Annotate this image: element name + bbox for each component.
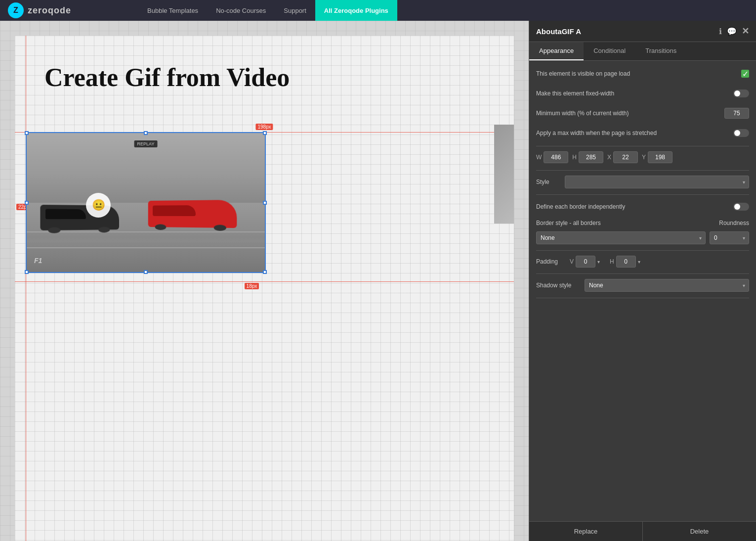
handle-middle-left[interactable]	[25, 201, 29, 205]
panel-title: AboutaGIF A	[536, 27, 581, 36]
padding-h-arrow: ▾	[638, 259, 640, 265]
canvas-area: Create Gif from Video 198px 22px 18px	[0, 21, 529, 541]
logo-text: zeroqode	[28, 5, 71, 16]
style-row: Style ▾	[536, 176, 749, 188]
define-border-label: Define each border independently	[536, 203, 733, 210]
panel-tabs: Appearance Conditional Transitions	[529, 42, 756, 61]
shadow-label: Shadow style	[536, 282, 581, 289]
fixed-width-row: Make this element fixed-width	[536, 87, 749, 100]
border-selects-row: None Solid Dashed Dotted ▾ 0 4 8 50 ▾	[536, 231, 749, 244]
fixed-width-toggle[interactable]	[733, 90, 749, 97]
tab-transitions[interactable]: Transitions	[635, 42, 686, 60]
handle-bottom-center[interactable]	[144, 270, 148, 274]
border-style-select[interactable]: None Solid Dashed Dotted	[536, 231, 706, 244]
padding-v-input[interactable]	[576, 256, 595, 268]
logo[interactable]: Z zeroqode	[0, 2, 79, 18]
divider-6	[536, 298, 749, 298]
nav-item-courses[interactable]: No-code Courses	[207, 0, 275, 21]
max-width-toggle[interactable]	[733, 129, 749, 137]
meme-face: 😐	[86, 193, 111, 218]
nav-item-templates[interactable]: Bubble Templates	[138, 0, 207, 21]
border-style-select-wrap: None Solid Dashed Dotted ▾	[536, 231, 706, 244]
selected-gif-element[interactable]: 😐 REPLAY F1	[26, 132, 266, 273]
car-scene: 😐 REPLAY F1	[27, 133, 265, 272]
info-icon[interactable]: ℹ	[719, 27, 722, 36]
divider-3	[536, 194, 749, 195]
right-panel: AboutaGIF A ℹ 💬 ✕ Appearance Conditional…	[529, 21, 756, 541]
define-border-toggle[interactable]	[733, 203, 749, 211]
padding-v-label: V	[570, 258, 574, 265]
padding-v-group: V ▾	[570, 256, 600, 268]
gif-content: 😐 REPLAY F1	[27, 133, 265, 272]
divider-1	[536, 146, 749, 146]
panel-footer: Replace Delete	[529, 521, 756, 541]
min-width-row: Minimum width (% of current width)	[536, 106, 749, 120]
visible-label: This element is visible on page load	[536, 70, 741, 77]
padding-row: Padding V ▾ H ▾	[536, 256, 749, 268]
coord-y-label: Y	[642, 154, 646, 161]
close-icon[interactable]: ✕	[742, 26, 749, 37]
coord-w-label: W	[536, 154, 542, 161]
replay-badge: REPLAY	[134, 140, 158, 147]
coord-y-input[interactable]	[648, 151, 672, 163]
coord-h: H	[572, 151, 603, 163]
max-width-label: Apply a max width when the page is stret…	[536, 130, 733, 136]
coord-w-input[interactable]	[544, 151, 568, 163]
replace-button[interactable]: Replace	[529, 522, 642, 541]
nav-items: Bubble Templates No-code Courses Support…	[138, 0, 397, 21]
style-select-wrap: ▾	[565, 176, 749, 188]
nav-item-plugins[interactable]: All Zeroqode Plugins	[315, 0, 397, 21]
page-content: Create Gif from Video 198px 22px 18px	[15, 36, 514, 541]
coord-x-input[interactable]	[613, 151, 638, 163]
shadow-row: Shadow style None Small Medium Large ▾	[536, 279, 749, 292]
handle-top-right[interactable]	[263, 131, 267, 135]
divider-4	[536, 250, 749, 251]
tab-appearance[interactable]: Appearance	[529, 42, 584, 60]
border-style-label: Border style - all borders	[536, 220, 601, 226]
nav-item-support[interactable]: Support	[275, 0, 315, 21]
panel-body: This element is visible on page load ✓ M…	[529, 61, 756, 521]
padding-h-label: H	[610, 258, 614, 265]
page-title: Create Gif from Video	[44, 63, 290, 92]
handle-top-left[interactable]	[25, 131, 29, 135]
handle-bottom-right[interactable]	[263, 270, 267, 274]
ruler-line-horizontal-bottom	[15, 281, 514, 282]
style-label: Style	[536, 179, 561, 185]
roundness-select[interactable]: 0 4 8 50	[710, 231, 749, 244]
coord-h-label: H	[572, 154, 577, 161]
top-nav: Z zeroqode Bubble Templates No-code Cour…	[0, 0, 756, 21]
roundness-select-wrap: 0 4 8 50 ▾	[710, 231, 749, 244]
ruler-label-top: 198px	[255, 124, 273, 130]
visible-checkbox[interactable]: ✓	[741, 70, 749, 78]
coord-h-input[interactable]	[579, 151, 603, 163]
min-width-label: Minimum width (% of current width)	[536, 110, 724, 117]
shadow-select-wrap: None Small Medium Large ▾	[585, 279, 749, 292]
coord-x: X	[607, 151, 638, 163]
right-edge-element	[494, 125, 514, 224]
visible-row: This element is visible on page load ✓	[536, 67, 749, 81]
logo-icon: Z	[8, 2, 24, 18]
delete-button[interactable]: Delete	[642, 522, 756, 541]
padding-v-arrow: ▾	[597, 259, 600, 265]
tab-conditional[interactable]: Conditional	[584, 42, 635, 60]
panel-header: AboutaGIF A ℹ 💬 ✕	[529, 21, 756, 42]
padding-h-input[interactable]	[616, 256, 636, 268]
coord-x-label: X	[607, 154, 611, 161]
divider-5	[536, 273, 749, 274]
style-select[interactable]	[565, 176, 749, 188]
handle-bottom-left[interactable]	[25, 270, 29, 274]
divider-2	[536, 170, 749, 171]
coord-w: W	[536, 151, 568, 163]
ruler-line-vertical	[26, 36, 26, 541]
padding-label: Padding	[536, 258, 566, 265]
max-width-row: Apply a max width when the page is stret…	[536, 126, 749, 140]
min-width-input[interactable]	[724, 108, 749, 119]
shadow-select[interactable]: None Small Medium Large	[585, 279, 749, 292]
ruler-label-bottom: 18px	[245, 283, 259, 289]
handle-top-center[interactable]	[144, 131, 148, 135]
handle-middle-right[interactable]	[263, 201, 267, 205]
comment-icon[interactable]: 💬	[727, 27, 737, 36]
border-labels-row: Border style - all borders Roundness	[536, 220, 749, 226]
fixed-width-label: Make this element fixed-width	[536, 90, 733, 97]
roundness-label: Roundness	[719, 220, 749, 226]
